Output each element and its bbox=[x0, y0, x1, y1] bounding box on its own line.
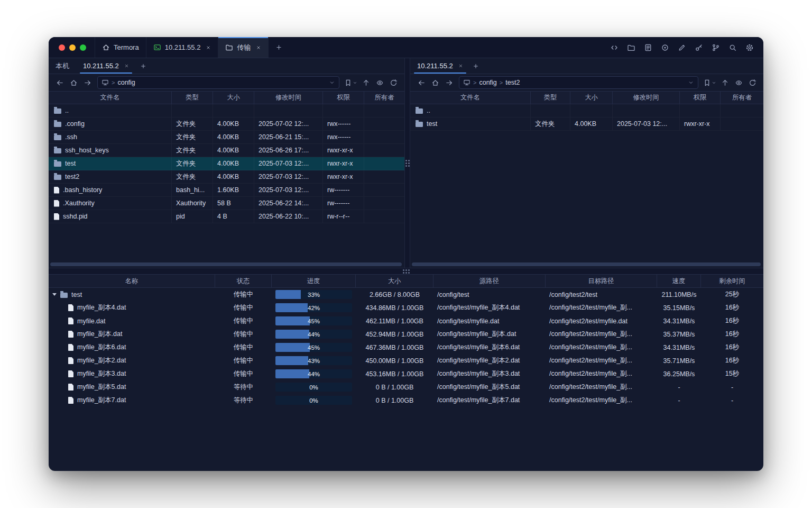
transfer-row[interactable]: myfile.dat 传输中 45% 462.11MB / 1.00GB /co… bbox=[49, 314, 763, 328]
column-header-owner[interactable]: 所有者 bbox=[364, 92, 404, 104]
forward-icon[interactable] bbox=[81, 76, 94, 89]
zoom-window-button[interactable] bbox=[80, 44, 86, 51]
file-row[interactable]: .ssh 文件夹 4.00KB 2025-06-21 15:... rwx---… bbox=[49, 131, 404, 144]
add-panel-tab-button[interactable] bbox=[134, 58, 152, 74]
column-header-type[interactable]: 类型 bbox=[172, 92, 213, 104]
settings-gear-icon[interactable] bbox=[743, 41, 756, 55]
log-icon[interactable] bbox=[641, 41, 655, 55]
minimize-window-button[interactable] bbox=[69, 44, 76, 51]
back-icon[interactable] bbox=[53, 76, 66, 89]
search-icon[interactable] bbox=[726, 41, 740, 55]
transfer-row[interactable]: test 传输中 33% 2.66GB / 8.00GB /config/tes… bbox=[49, 288, 763, 301]
transfer-row[interactable]: myfile_副本6.dat 传输中 45% 467.36MB / 1.00GB… bbox=[49, 341, 763, 354]
breadcrumb-segment[interactable]: > config bbox=[112, 79, 135, 86]
transfer-row[interactable]: myfile_副本2.dat 传输中 43% 450.00MB / 1.00GB… bbox=[49, 354, 763, 367]
column-header-speed[interactable]: 速度 bbox=[657, 275, 701, 287]
edit-icon[interactable] bbox=[675, 41, 689, 55]
column-header-eta[interactable]: 剩余时间 bbox=[701, 275, 763, 287]
file-row[interactable]: test2 文件夹 4.00KB 2025-07-03 12:... rwxr-… bbox=[49, 170, 404, 184]
progress-bar: 44% bbox=[275, 369, 352, 378]
record-icon[interactable] bbox=[658, 41, 672, 55]
transfer-row[interactable]: myfile_副本.dat 传输中 44% 452.94MB / 1.00GB … bbox=[49, 328, 763, 341]
path-breadcrumb[interactable]: > config bbox=[97, 76, 339, 89]
close-icon[interactable] bbox=[256, 45, 261, 50]
transfer-row[interactable]: myfile_副本4.dat 传输中 42% 434.86MB / 1.00GB… bbox=[49, 301, 763, 314]
close-icon[interactable] bbox=[206, 45, 211, 50]
transfer-row[interactable]: myfile_副本5.dat 等待中 0% 0 B / 1.00GB /conf… bbox=[49, 380, 763, 394]
tab-host-10-211-55-2[interactable]: 10.211.55.2 bbox=[146, 37, 219, 58]
transfer-name: myfile_副本5.dat bbox=[77, 383, 126, 392]
new-tab-button[interactable] bbox=[269, 37, 289, 58]
chevron-down-icon[interactable] bbox=[329, 79, 335, 86]
column-header-target[interactable]: 目标路径 bbox=[546, 275, 657, 287]
close-window-button[interactable] bbox=[59, 44, 65, 51]
bookmark-button[interactable] bbox=[343, 79, 358, 87]
progress-label: 33% bbox=[275, 290, 352, 299]
column-header-size[interactable]: 大小 bbox=[570, 92, 613, 104]
file-row[interactable]: test 文件夹 4.00KB 2025-07-03 12:... rwxr-x… bbox=[410, 117, 763, 131]
refresh-icon[interactable] bbox=[387, 76, 400, 89]
titlebar-drag-area bbox=[289, 37, 607, 58]
chevron-down-icon[interactable] bbox=[688, 79, 694, 86]
vertical-splitter[interactable] bbox=[404, 58, 410, 268]
horizontal-scrollbar[interactable] bbox=[50, 262, 402, 266]
file-row[interactable]: ssh_host_keys 文件夹 4.00KB 2025-06-26 17:.… bbox=[49, 144, 404, 157]
panel-tab[interactable]: 10.211.55.2 bbox=[410, 58, 470, 74]
column-header-name[interactable]: 名称 bbox=[49, 275, 215, 287]
show-hidden-eye-icon[interactable] bbox=[732, 76, 745, 89]
column-header-size[interactable]: 大小 bbox=[356, 275, 433, 287]
column-header-size[interactable]: 大小 bbox=[213, 92, 254, 104]
panel-tab[interactable]: 10.211.55.2 bbox=[76, 58, 136, 74]
column-header-name[interactable]: 文件名 bbox=[49, 92, 172, 104]
file-row[interactable]: .bash_history bash_hi... 1.60KB 2025-07-… bbox=[49, 184, 404, 197]
column-header-status[interactable]: 状态 bbox=[215, 275, 272, 287]
column-header-perm[interactable]: 权限 bbox=[323, 92, 364, 104]
file-row[interactable]: test 文件夹 4.00KB 2025-07-03 12:... rwxr-x… bbox=[49, 157, 404, 170]
transfer-row[interactable]: myfile_副本3.dat 传输中 44% 453.16MB / 1.00GB… bbox=[49, 367, 763, 380]
file-row[interactable]: .. bbox=[410, 104, 763, 117]
file-row[interactable]: .config 文件夹 4.00KB 2025-07-02 12:... rwx… bbox=[49, 117, 404, 131]
folder-icon[interactable] bbox=[624, 41, 638, 55]
mtime-cell: 2025-06-22 14:... bbox=[254, 197, 323, 210]
app-home-tab[interactable]: Termora bbox=[95, 37, 146, 58]
column-header-mtime[interactable]: 修改时间 bbox=[254, 92, 323, 104]
horizontal-splitter[interactable] bbox=[49, 268, 763, 275]
up-directory-icon[interactable] bbox=[718, 76, 731, 89]
file-row[interactable]: .. bbox=[49, 104, 404, 117]
column-header-source[interactable]: 源路径 bbox=[433, 275, 546, 287]
column-header-owner[interactable]: 所有者 bbox=[721, 92, 763, 104]
column-header-name[interactable]: 文件名 bbox=[410, 92, 531, 104]
perm-cell: rwx------ bbox=[323, 131, 364, 143]
home-icon[interactable] bbox=[67, 76, 80, 89]
column-header-progress[interactable]: 进度 bbox=[272, 275, 356, 287]
key-icon[interactable] bbox=[692, 41, 706, 55]
file-row[interactable]: sshd.pid pid 4 B 2025-06-22 10:... rw-r-… bbox=[49, 210, 404, 223]
home-icon[interactable] bbox=[429, 76, 441, 89]
name-cell: test bbox=[49, 157, 172, 170]
expand-chevron-icon[interactable] bbox=[52, 293, 57, 296]
transfer-row[interactable]: myfile_副本7.dat 等待中 0% 0 B / 1.00GB /conf… bbox=[49, 394, 763, 407]
code-icon[interactable] bbox=[607, 41, 621, 55]
column-header-mtime[interactable]: 修改时间 bbox=[613, 92, 680, 104]
forward-icon[interactable] bbox=[442, 76, 455, 89]
breadcrumb-segment[interactable]: > config bbox=[473, 79, 497, 86]
panel-tab[interactable]: 本机 bbox=[49, 58, 76, 74]
show-hidden-eye-icon[interactable] bbox=[373, 76, 386, 89]
breadcrumb-segment[interactable]: > test2 bbox=[500, 79, 520, 86]
file-row[interactable]: .Xauthority Xauthority 58 B 2025-06-22 1… bbox=[49, 197, 404, 210]
column-header-type[interactable]: 类型 bbox=[531, 92, 570, 104]
add-panel-tab-button[interactable] bbox=[467, 58, 485, 74]
close-icon[interactable] bbox=[458, 64, 463, 68]
branch-icon[interactable] bbox=[709, 41, 723, 55]
refresh-icon[interactable] bbox=[746, 76, 759, 89]
type-cell: 文件夹 bbox=[172, 144, 213, 157]
tab-transfer[interactable]: 传输 bbox=[218, 37, 269, 58]
close-icon[interactable] bbox=[124, 64, 129, 68]
horizontal-scrollbar[interactable] bbox=[412, 262, 761, 266]
size-cell: 434.86MB / 1.00GB bbox=[356, 301, 433, 314]
back-icon[interactable] bbox=[415, 76, 428, 89]
bookmark-button[interactable] bbox=[702, 79, 717, 87]
path-breadcrumb[interactable]: > config > test2 bbox=[459, 76, 698, 89]
column-header-perm[interactable]: 权限 bbox=[680, 92, 721, 104]
up-directory-icon[interactable] bbox=[359, 76, 372, 89]
